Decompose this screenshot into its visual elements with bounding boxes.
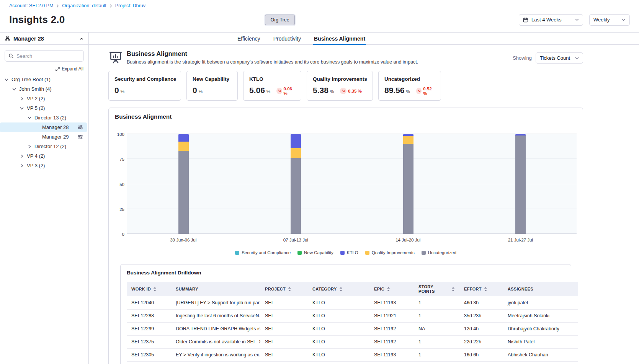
legend-item-quality-improvements[interactable]: Quality Improvements — [365, 250, 415, 255]
tree-item-label: Manager 28 — [42, 124, 69, 130]
filter-sliders-icon[interactable] — [77, 134, 83, 140]
stat-card-value: 0 — [193, 86, 197, 95]
table-cell: SEI-11193 — [369, 348, 414, 361]
stat-card-delta-value: 0.06 % — [284, 87, 295, 96]
page-title: Insights 2.0 — [9, 14, 65, 26]
column-header-label: SUMMARY — [176, 287, 198, 291]
table-cell: SEI-11192 — [369, 322, 414, 335]
stat-card-uncategorized: Uncategorized 89.56 % 0.52 % — [378, 71, 441, 101]
tree-item-vp-4-2[interactable]: VP 4 (2) — [0, 151, 87, 161]
column-header-project[interactable]: PROJECT — [260, 282, 308, 296]
table-row-sei-12375[interactable]: SEI-12375Older Commits is not available … — [127, 335, 578, 348]
tree-item-john-smith-4[interactable]: John Smith (4) — [0, 84, 87, 94]
stat-card-label: Quality Improvements — [313, 76, 367, 82]
column-header-epic[interactable]: EPIC — [369, 282, 414, 296]
calendar-icon — [523, 17, 528, 23]
column-header-story-points[interactable]: STORY POINTS — [414, 282, 459, 296]
tree-item-vp-2-2[interactable]: VP 2 (2) — [0, 94, 87, 103]
column-header-summary[interactable]: SUMMARY — [171, 282, 260, 296]
column-header-effort[interactable]: EFFORT — [459, 282, 503, 296]
tree-item-director-12-2[interactable]: Director 12 (2) — [0, 142, 87, 151]
stat-card-value: 5.06 — [249, 86, 265, 95]
sort-icon[interactable] — [339, 287, 343, 292]
tab-label: Efficiency — [237, 36, 260, 42]
chevron-right-icon[interactable] — [19, 163, 25, 168]
column-header-work-id[interactable]: WORK ID — [127, 282, 171, 296]
org-tree-button[interactable]: Org Tree — [265, 15, 294, 25]
chart-bar-21-jul-27-jul[interactable] — [515, 134, 526, 234]
table-cell: 22d 22h — [459, 335, 503, 348]
chevron-down-icon[interactable] — [11, 87, 17, 92]
tree-item-org-tree-root-1[interactable]: Org Tree Root (1) — [0, 75, 87, 84]
chevron-down-icon[interactable] — [19, 106, 25, 111]
chart-bar-14-jul-20-jul[interactable] — [403, 134, 413, 234]
column-header-category[interactable]: CATEGORY — [308, 282, 369, 296]
table-row-sei-12305[interactable]: SEI-12305EY > Verify if ingestion is wor… — [127, 348, 578, 361]
table-cell: Abhishek Chauhan — [503, 348, 578, 361]
table-cell: Ingesting the last 6 months of ServiceN.… — [171, 309, 260, 322]
tree-item-label: VP 3 (2) — [27, 163, 45, 168]
stat-card-quality-improvements: Quality Improvements 5.38 % 0.35 % — [307, 71, 373, 101]
stat-card-label: Uncategorized — [384, 76, 435, 82]
breadcrumb-link-account[interactable]: Account: SEI 2.0 PM — [9, 3, 53, 8]
chevron-up-icon[interactable] — [79, 36, 84, 41]
legend-item-uncategorized[interactable]: Uncategorized — [422, 250, 456, 255]
granularity-dropdown[interactable]: Weekly — [589, 14, 630, 26]
date-range-dropdown[interactable]: Last 4 Weeks — [519, 14, 583, 26]
filter-sliders-icon[interactable] — [77, 124, 83, 130]
tab-productivity[interactable]: Productivity — [273, 33, 302, 44]
sort-icon[interactable] — [387, 287, 390, 292]
gridline — [127, 209, 577, 209]
expand-arrows-icon — [56, 67, 60, 71]
table-cell: SEI — [260, 322, 308, 335]
legend-item-new-capability[interactable]: New Capability — [297, 250, 333, 255]
table-cell: SEI-12288 — [127, 309, 171, 322]
table-row-sei-12299[interactable]: SEI-12299DORA TREND LINE GRAPH Widgets i… — [127, 322, 578, 335]
legend-swatch-icon — [340, 251, 345, 255]
trend-down-icon — [276, 88, 282, 94]
drilldown-title: Business Alignment Drilldown — [127, 270, 565, 276]
tree-item-manager-28[interactable]: Manager 28 — [0, 122, 87, 132]
tree-item-vp-3-2[interactable]: VP 3 (2) — [0, 161, 87, 170]
gridline — [127, 184, 577, 184]
bar-segment-uncategorized — [515, 135, 526, 234]
chevron-right-icon[interactable] — [27, 144, 32, 149]
tree-item-vp-5-2[interactable]: VP 5 (2) — [0, 103, 87, 113]
tree-item-label: John Smith (4) — [19, 86, 52, 92]
stat-card-new-capability: New Capability 0 % — [186, 71, 238, 101]
chevron-down-icon[interactable] — [27, 115, 32, 121]
table-row-sei-12288[interactable]: SEI-12288Ingesting the last 6 months of … — [127, 309, 578, 322]
chevron-right-icon[interactable] — [19, 153, 25, 159]
chevron-down-icon[interactable] — [4, 77, 9, 82]
breadcrumb-link-project[interactable]: Project: Dhruv — [115, 3, 145, 8]
showing-dropdown[interactable]: Tickets Count — [536, 52, 583, 64]
trend-down-icon — [340, 88, 346, 94]
column-header-assignees[interactable]: ASSIGNEES — [503, 282, 578, 296]
y-axis-tick-label: 50 — [119, 182, 124, 187]
sort-icon[interactable] — [451, 287, 455, 292]
stat-card-label: KTLO — [249, 76, 295, 82]
bar-segment-ktlo — [178, 134, 189, 142]
legend-item-ktlo[interactable]: KTLO — [340, 250, 358, 255]
tree-item-manager-29[interactable]: Manager 29 — [0, 132, 87, 142]
chevron-down-icon — [622, 18, 626, 21]
tree-item-director-13-2[interactable]: Director 13 (2) — [0, 113, 87, 122]
chart-bar-30-jun-06-jul[interactable] — [178, 134, 189, 234]
table-cell: 1 — [414, 335, 459, 348]
breadcrumb-link-organization[interactable]: Organization: default — [62, 3, 106, 8]
legend-swatch-icon — [422, 251, 426, 255]
expand-all-button[interactable]: Expand All — [0, 66, 83, 72]
table-row-sei-12040[interactable]: SEI-12040[URGENT] EY > Support for job r… — [127, 296, 578, 309]
sort-icon[interactable] — [288, 287, 291, 292]
search-input[interactable] — [16, 53, 80, 59]
tab-efficiency[interactable]: Efficiency — [237, 33, 261, 44]
tab-business-alignment[interactable]: Business Alignment — [313, 33, 366, 44]
chart-legend: Security and Compliance New Capability K… — [115, 250, 577, 255]
chevron-down-icon — [575, 57, 579, 60]
sort-icon[interactable] — [484, 287, 487, 292]
sort-icon[interactable] — [153, 287, 157, 292]
tab-label: Productivity — [273, 36, 301, 42]
chart-bar-07-jul-13-jul[interactable] — [291, 134, 301, 234]
legend-item-security-and-compliance[interactable]: Security and Compliance — [235, 250, 291, 255]
chevron-right-icon[interactable] — [19, 96, 25, 101]
